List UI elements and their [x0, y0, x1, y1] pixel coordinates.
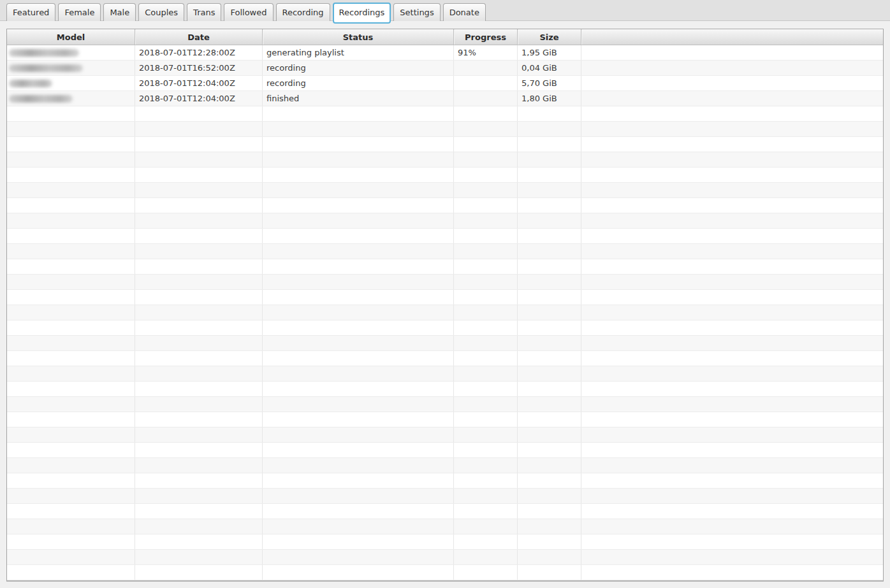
- cell-status: [262, 122, 453, 136]
- table-row-empty[interactable]: [7, 183, 883, 198]
- table-row-empty[interactable]: [7, 259, 883, 275]
- table-row-empty[interactable]: [7, 229, 883, 244]
- column-header-date[interactable]: Date: [135, 29, 262, 45]
- table-row-empty[interactable]: [7, 106, 883, 122]
- tab-recording[interactable]: Recording: [276, 3, 330, 21]
- cell-progress: [453, 137, 517, 152]
- cell-size: 5,70 GiB: [517, 76, 581, 90]
- cell-model: [7, 473, 135, 488]
- cell-date: [135, 336, 262, 350]
- tab-donate[interactable]: Donate: [443, 3, 486, 21]
- tab-recordings[interactable]: Recordings: [333, 3, 391, 24]
- cell-model: [7, 565, 135, 580]
- cell-model: [7, 519, 135, 534]
- table-row-empty[interactable]: [7, 382, 883, 397]
- cell-date: [135, 213, 262, 228]
- table-row-empty[interactable]: [7, 458, 883, 473]
- table-row[interactable]: 2018-07-01T12:04:00Zrecording5,70 GiB: [7, 76, 883, 91]
- table-row-empty[interactable]: [7, 152, 883, 168]
- tab-bar: FeaturedFemaleMaleCouplesTransFollowedRe…: [0, 0, 890, 21]
- table-row-empty[interactable]: [7, 443, 883, 458]
- table-row-empty[interactable]: [7, 427, 883, 443]
- table-row-empty[interactable]: [7, 244, 883, 259]
- table-row-empty[interactable]: [7, 412, 883, 427]
- cell-progress: [453, 213, 517, 228]
- table-row-empty[interactable]: [7, 489, 883, 504]
- cell-progress: 91%: [453, 45, 517, 60]
- tab-trans[interactable]: Trans: [187, 3, 221, 21]
- cell-date: [135, 122, 262, 136]
- table-row[interactable]: 2018-07-01T12:28:00Zgenerating playlist9…: [7, 45, 883, 61]
- cell-date: [135, 412, 262, 427]
- cell-status: finished: [262, 91, 453, 106]
- table-row-empty[interactable]: [7, 336, 883, 351]
- table-row[interactable]: 2018-07-01T12:04:00Zfinished1,80 GiB: [7, 91, 883, 106]
- cell-extra: [581, 534, 883, 549]
- cell-status: [262, 504, 453, 519]
- table-row-empty[interactable]: [7, 534, 883, 550]
- cell-date: [135, 275, 262, 289]
- table-row-empty[interactable]: [7, 366, 883, 382]
- table-row-empty[interactable]: [7, 473, 883, 489]
- cell-size: 0,04 GiB: [517, 61, 581, 75]
- cell-extra: [581, 366, 883, 381]
- cell-model: [7, 351, 135, 366]
- cell-model: [7, 290, 135, 305]
- cell-date: [135, 320, 262, 335]
- table-row-empty[interactable]: [7, 504, 883, 519]
- cell-extra: [581, 504, 883, 519]
- cell-extra: [581, 122, 883, 136]
- column-header-status[interactable]: Status: [262, 29, 453, 45]
- cell-date: [135, 290, 262, 305]
- table-row-empty[interactable]: [7, 305, 883, 320]
- cell-status: recording: [262, 61, 453, 75]
- column-header-size[interactable]: Size: [517, 29, 581, 45]
- cell-status: [262, 259, 453, 274]
- cell-date: 2018-07-01T12:28:00Z: [135, 45, 262, 60]
- cell-extra: [581, 106, 883, 121]
- tab-couples[interactable]: Couples: [138, 3, 184, 21]
- cell-date: [135, 504, 262, 519]
- cell-progress: [453, 519, 517, 534]
- cell-progress: [453, 198, 517, 213]
- cell-extra: [581, 137, 883, 152]
- column-header-model[interactable]: Model: [7, 29, 135, 45]
- table-row-empty[interactable]: [7, 550, 883, 565]
- column-header-extra[interactable]: [581, 29, 883, 45]
- tab-featured[interactable]: Featured: [6, 3, 55, 21]
- cell-status: [262, 213, 453, 228]
- table-row-empty[interactable]: [7, 519, 883, 534]
- cell-size: [517, 336, 581, 350]
- tab-followed[interactable]: Followed: [224, 3, 273, 21]
- table-row-empty[interactable]: [7, 290, 883, 305]
- cell-size: [517, 275, 581, 289]
- cell-date: [135, 152, 262, 167]
- table-row-empty[interactable]: [7, 351, 883, 366]
- cell-size: [517, 519, 581, 534]
- table-row-empty[interactable]: [7, 397, 883, 412]
- cell-model: [7, 244, 135, 259]
- table-body: 2018-07-01T12:28:00Zgenerating playlist9…: [7, 45, 883, 580]
- tab-female[interactable]: Female: [58, 3, 101, 21]
- tab-settings[interactable]: Settings: [393, 3, 440, 21]
- table-row-empty[interactable]: [7, 168, 883, 183]
- table-row-empty[interactable]: [7, 275, 883, 290]
- cell-progress: [453, 443, 517, 457]
- table-row-empty[interactable]: [7, 320, 883, 336]
- table-row-empty[interactable]: [7, 565, 883, 580]
- tab-male[interactable]: Male: [103, 3, 136, 21]
- table-row[interactable]: 2018-07-01T16:52:00Zrecording0,04 GiB: [7, 61, 883, 76]
- cell-date: 2018-07-01T12:04:00Z: [135, 76, 262, 90]
- cell-date: [135, 168, 262, 182]
- column-header-progress[interactable]: Progress: [453, 29, 517, 45]
- cell-size: 1,80 GiB: [517, 91, 581, 106]
- cell-size: [517, 489, 581, 503]
- table-row-empty[interactable]: [7, 137, 883, 152]
- table-row-empty[interactable]: [7, 213, 883, 229]
- cell-status: recording: [262, 76, 453, 90]
- cell-extra: [581, 351, 883, 366]
- cell-progress: [453, 427, 517, 442]
- cell-date: [135, 382, 262, 396]
- table-row-empty[interactable]: [7, 198, 883, 213]
- table-row-empty[interactable]: [7, 122, 883, 137]
